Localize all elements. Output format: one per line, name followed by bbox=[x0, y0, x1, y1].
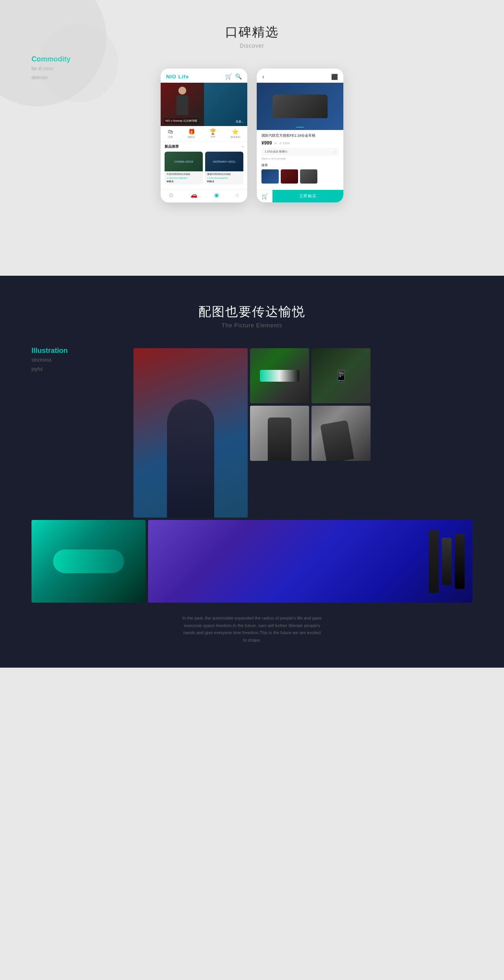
commodity-label-main: Commodity bbox=[32, 55, 70, 63]
series-icon-1: ✦ bbox=[167, 177, 168, 179]
option-arrow-icon: › bbox=[334, 150, 335, 154]
sport-figure bbox=[320, 420, 354, 461]
bottom-nav-car[interactable]: 🚗 bbox=[191, 192, 197, 198]
illustration-label-main: Illustration bbox=[32, 347, 68, 355]
detail-points: ⊙ 1200 bbox=[279, 141, 290, 145]
detail-or: or bbox=[274, 142, 277, 145]
pic-accessories bbox=[148, 520, 472, 603]
car-model-shape bbox=[272, 95, 328, 118]
thumb-3[interactable] bbox=[300, 169, 317, 184]
pic-portrait-large bbox=[133, 348, 248, 518]
car-image-area bbox=[257, 83, 343, 130]
detail-product-name: 国际汽联官方授权FE1:18合金车模 bbox=[261, 133, 339, 138]
phone-bottom-bar: ⊙ 🚗 ◉ ○ bbox=[161, 189, 247, 201]
thumb-1[interactable] bbox=[261, 169, 279, 184]
nav-label-top: TOP bbox=[210, 135, 215, 138]
pic-right-column: 📱 bbox=[250, 348, 371, 518]
buy-now-button[interactable]: 立即购买 bbox=[272, 190, 343, 202]
product-name-2: 挪威车牌回收铝冰箱贴 bbox=[207, 173, 241, 176]
phone-products-list: CHINA×2019 中国车牌回收铝冰箱贴 ✦ Hello World 国家系列… bbox=[161, 152, 247, 187]
phone-nav: 🛍 分类 🎁 领积分 🏆 TOP ⭐ 联名系列 bbox=[161, 126, 247, 142]
detail-price-row: ¥999 or ⊙ 1200 bbox=[261, 140, 339, 146]
banner-text2-label: 轻盈… bbox=[236, 120, 244, 124]
pic-top-row: 📱 bbox=[250, 348, 371, 403]
product-card-1[interactable]: CHINA×2019 中国车牌回收铝冰箱贴 ✦ Hello World 国家系列… bbox=[165, 152, 203, 184]
cockpit-bg bbox=[32, 520, 146, 603]
search-icon[interactable]: 🔍 bbox=[235, 73, 242, 80]
discover-section: 口碑精选 Discover Commodity be at ease delic… bbox=[0, 0, 504, 276]
nav-label-series: 联名系列 bbox=[231, 135, 240, 139]
detail-actions: 🛒 立即购买 bbox=[257, 190, 343, 202]
illustration-label-sub2: joyful bbox=[32, 366, 68, 373]
bottom-nav-home[interactable]: ⊙ bbox=[169, 192, 174, 198]
accessory-1 bbox=[429, 530, 439, 593]
product-info-2: 挪威车牌回收铝冰箱贴 ✦ Hello World 国家系列 ¥49.0 bbox=[205, 171, 243, 184]
bottom-nav-profile[interactable]: ○ bbox=[235, 192, 239, 198]
nav-item-points[interactable]: 🎁 领积分 bbox=[188, 128, 195, 139]
dark-phone-icon: 📱 bbox=[334, 369, 348, 382]
pic-car-cockpit bbox=[32, 520, 146, 603]
picture-header: 配图也要传达愉悦 The Picture Elements bbox=[0, 303, 504, 329]
add-to-cart-button[interactable]: 🛒 bbox=[257, 190, 272, 202]
pic-person-indoor bbox=[250, 406, 309, 461]
person-figure bbox=[170, 87, 194, 122]
thumb-2[interactable] bbox=[281, 169, 298, 184]
product-image-1: CHINA×2019 bbox=[165, 152, 203, 171]
accessory-2 bbox=[442, 538, 452, 585]
product-label-1: CHINA×2019 bbox=[173, 158, 195, 165]
nav-item-top[interactable]: 🏆 TOP bbox=[209, 128, 216, 139]
top-icon: 🏆 bbox=[209, 128, 216, 135]
brand-nio: NIO bbox=[166, 74, 176, 80]
share-icon[interactable]: ⬛ bbox=[331, 74, 338, 80]
product-series-2: ✦ Hello World 国家系列 bbox=[207, 177, 241, 179]
discover-header: 口碑精选 Discover bbox=[0, 24, 504, 49]
series-icon-2: ✦ bbox=[207, 177, 209, 179]
pic-car-dark: 📱 bbox=[311, 348, 371, 403]
car-image-indicator bbox=[296, 127, 304, 128]
accessories-bg bbox=[148, 520, 472, 603]
cart-icon[interactable]: 🛒 bbox=[225, 73, 232, 80]
nav-item-series[interactable]: ⭐ 联名系列 bbox=[231, 128, 240, 139]
phone-header: NIO Life 🛒 🔍 bbox=[161, 69, 247, 83]
product-name-1: 中国车牌回收铝冰箱贴 bbox=[167, 173, 201, 176]
nav-item-category[interactable]: 🛍 分类 bbox=[168, 128, 173, 139]
portrait-figure bbox=[133, 348, 248, 518]
banner-text-label: NIO x Norway 纪念棒球帽 bbox=[164, 118, 199, 124]
detail-option-selector[interactable]: 1:18合金款 数量x1 › bbox=[261, 148, 339, 156]
bottom-nav-store[interactable]: ◉ bbox=[214, 192, 219, 198]
illustration-label-sub1: strictness bbox=[32, 356, 68, 364]
indoor-figure bbox=[268, 418, 291, 461]
pic-bottom-grid bbox=[0, 520, 504, 603]
discover-content: NIO Life 🛒 🔍 NIO x Norway 纪念棒球帽 轻盈… � bbox=[0, 69, 504, 202]
detail-header: ‹ ⬛ bbox=[257, 69, 343, 83]
picture-title-zh: 配图也要传达愉悦 bbox=[0, 303, 504, 321]
section-arrow: › bbox=[242, 145, 243, 149]
product-detail-mockup: ‹ ⬛ 国际汽联官方授权FE1:18合金车模 ¥999 or ⊙ 1200 1:… bbox=[257, 69, 343, 202]
product-image-2: NORWAY×2021 bbox=[205, 152, 243, 171]
series-label-2: Hello World 国家系列 bbox=[209, 177, 228, 179]
phone-banner: NIO x Norway 纪念棒球帽 轻盈… bbox=[161, 83, 247, 126]
phone-icons: 🛒 🔍 bbox=[225, 73, 242, 80]
detail-option-label: 1:18合金款 数量x1 bbox=[265, 150, 287, 154]
brand-life: Life bbox=[178, 74, 189, 80]
pic-mid-row bbox=[250, 406, 371, 461]
detail-thumbnails bbox=[261, 169, 339, 184]
product-price-2: ¥49.0 bbox=[207, 180, 241, 183]
picture-title-en: The Picture Elements bbox=[0, 322, 504, 329]
picture-grid: 📱 bbox=[0, 348, 504, 518]
detail-recommend-title: 推荐 bbox=[261, 163, 339, 167]
nav-label-category: 分类 bbox=[168, 135, 173, 139]
points-icon: 🎁 bbox=[188, 128, 195, 135]
buy-now-label: 立即购买 bbox=[299, 193, 317, 199]
detail-shipping-note: 满¥99 or 积分1200包邮 bbox=[261, 157, 339, 161]
product-card-2[interactable]: NORWAY×2021 挪威车牌回收铝冰箱贴 ✦ Hello World 国家系… bbox=[205, 152, 243, 184]
discover-title-zh: 口碑精选 bbox=[0, 24, 504, 41]
picture-caption: In the past, the automobile expanded the… bbox=[173, 614, 331, 644]
product-label-2: NORWAY×2021 bbox=[211, 158, 237, 165]
cart-icon: 🛒 bbox=[261, 193, 268, 199]
product-series-1: ✦ Hello World 国家系列 bbox=[167, 177, 201, 179]
car-model-detail bbox=[260, 370, 299, 382]
series-icon: ⭐ bbox=[232, 128, 239, 135]
back-icon[interactable]: ‹ bbox=[262, 73, 264, 80]
detail-price: ¥999 bbox=[261, 140, 272, 146]
